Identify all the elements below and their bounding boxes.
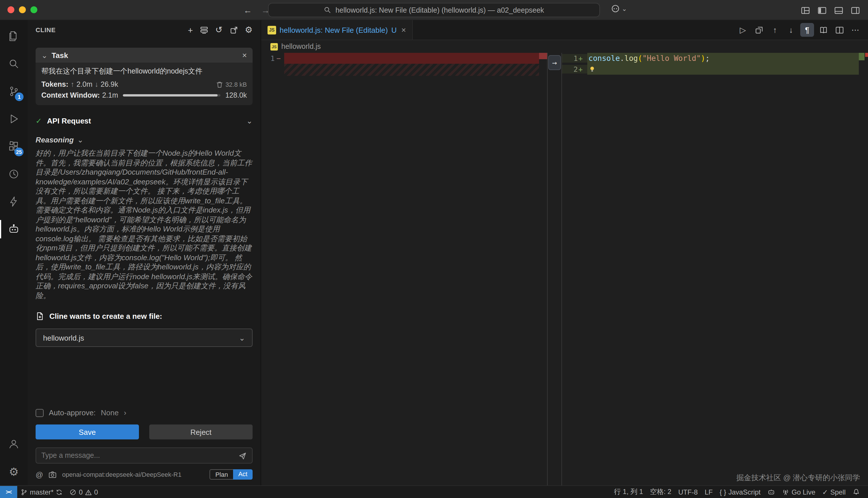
overview-ruler-right[interactable] xyxy=(859,53,868,485)
arrow-right-icon: → xyxy=(552,58,557,67)
extensions-view-button[interactable]: 25 xyxy=(0,133,28,160)
run-debug-view-button[interactable] xyxy=(0,105,28,133)
revert-block-button[interactable]: → xyxy=(548,55,561,70)
language-mode: JavaScript xyxy=(729,488,761,496)
render-whitespace-toggle[interactable]: ¶ xyxy=(800,23,814,37)
indentation: 空格: 2 xyxy=(650,487,672,497)
tool-heading-text: Cline wants to create a new file: xyxy=(49,312,162,320)
encoding-item[interactable]: UTF-8 xyxy=(675,488,701,496)
toggle-sidebar-icon[interactable] xyxy=(817,5,827,15)
previous-change-button[interactable]: ↑ xyxy=(768,23,782,37)
command-center-search[interactable]: helloworld.js: New File (Editable) (hell… xyxy=(268,3,600,17)
toggle-secondary-sidebar-icon[interactable] xyxy=(851,5,860,15)
diff-modified-pane[interactable]: 1 + console.log("Hello World"); 2 + xyxy=(562,53,868,485)
sidebar-title: CLINE xyxy=(36,26,56,33)
indentation-item[interactable]: 空格: 2 xyxy=(647,487,675,497)
auto-approve-checkbox[interactable] xyxy=(36,409,44,417)
chevron-down-icon: ⌄ xyxy=(622,5,627,12)
arrow-down-icon: ↓ xyxy=(95,80,98,89)
reject-button[interactable]: Reject xyxy=(149,424,253,440)
open-changes-button[interactable] xyxy=(752,23,766,37)
cursor-position: 行 1, 列 1 xyxy=(614,487,643,497)
remote-indicator[interactable]: >< xyxy=(0,486,17,498)
overview-ruler-left[interactable] xyxy=(539,53,547,485)
open-in-editor-icon[interactable] xyxy=(229,26,238,34)
branch-status-item[interactable]: master* xyxy=(17,486,66,498)
scm-badge: 1 xyxy=(15,92,24,101)
open-preview-button[interactable] xyxy=(816,23,830,37)
breadcrumb[interactable]: JS helloworld.js xyxy=(261,40,868,53)
fullscreen-window-button[interactable] xyxy=(30,6,37,13)
api-request-row[interactable]: ✓ API Request ⌄ xyxy=(36,117,253,125)
titlebar: ← → helloworld.js: New File (Editable) (… xyxy=(0,0,868,20)
extension-status-item[interactable] xyxy=(764,488,778,496)
problems-status-item[interactable]: 0 0 xyxy=(66,486,101,498)
trash-icon[interactable] xyxy=(216,81,223,88)
added-line-row: 1 + console.log("Hello World"); xyxy=(562,53,868,64)
warning-count: 0 xyxy=(94,488,98,496)
thunder-client-view-button[interactable] xyxy=(0,188,28,215)
diff-sash[interactable]: → xyxy=(547,53,562,485)
diff-diagonal-fill xyxy=(284,64,539,76)
run-file-button[interactable]: ▷ xyxy=(736,23,750,37)
lightbulb-icon[interactable] xyxy=(588,65,596,73)
explorer-view-button[interactable] xyxy=(0,22,28,50)
task-card-header[interactable]: ⌄ Task × xyxy=(36,48,253,63)
new-task-button[interactable]: + xyxy=(188,25,193,35)
activity-bar: 1 25 ⚙ xyxy=(0,20,28,485)
close-tab-button[interactable]: × xyxy=(401,25,406,35)
lightning-icon xyxy=(8,195,20,208)
search-view-button[interactable] xyxy=(0,50,28,78)
status-bar-right: 行 1, 列 1 空格: 2 UTF-8 LF { } JavaScript G… xyxy=(611,487,868,497)
remote-icon: >< xyxy=(6,489,11,495)
new-file-path-box[interactable]: helloworld.js ⌄ xyxy=(36,329,253,347)
diff-original-pane[interactable]: 1 − xyxy=(261,53,547,485)
gear-icon: ⚙ xyxy=(9,465,19,478)
notifications-item[interactable] xyxy=(849,488,864,496)
mention-icon[interactable]: @ xyxy=(36,470,43,479)
plan-mode-button[interactable]: Plan xyxy=(209,469,233,480)
minimize-window-button[interactable] xyxy=(19,6,26,13)
line-number: 1 xyxy=(270,54,275,63)
spell-checker-item[interactable]: ✓ Spell xyxy=(819,488,849,496)
eol-item[interactable]: LF xyxy=(701,488,716,496)
next-change-button[interactable]: ↓ xyxy=(784,23,798,37)
settings-gear-button[interactable]: ⚙ xyxy=(245,25,253,35)
history-button[interactable]: ↺ xyxy=(215,25,222,35)
message-input[interactable] xyxy=(41,451,238,459)
sidebar-footer: @ openai-compat:deepseek-ai/DeepSeek-R1 … xyxy=(36,469,253,480)
send-icon[interactable] xyxy=(238,451,247,460)
mcp-servers-icon[interactable] xyxy=(200,26,208,34)
close-task-button[interactable]: × xyxy=(242,51,247,60)
camera-icon[interactable] xyxy=(48,470,57,479)
save-button[interactable]: Save xyxy=(36,424,139,440)
context-window-label: Context Window: xyxy=(41,91,100,100)
settings-button[interactable]: ⚙ xyxy=(0,458,28,485)
tokens-label: Tokens: xyxy=(41,80,68,89)
chevron-down-icon: ⌄ xyxy=(239,333,245,342)
sidebar-header: CLINE + ↺ ⚙ xyxy=(28,20,261,40)
reasoning-header[interactable]: Reasoning ⌄ xyxy=(36,135,253,144)
go-live-item[interactable]: Go Live xyxy=(778,488,819,496)
customize-layout-icon[interactable] xyxy=(801,5,810,15)
token-paren-close: ) xyxy=(701,54,705,63)
close-window-button[interactable] xyxy=(8,6,14,13)
cline-view-button[interactable] xyxy=(0,215,28,243)
timeline-view-button[interactable] xyxy=(0,160,28,188)
toggle-panel-icon[interactable] xyxy=(834,5,843,15)
context-total-value: 128.0k xyxy=(225,91,247,100)
model-name[interactable]: openai-compat:deepseek-ai/DeepSeek-R1 xyxy=(62,471,204,478)
copilot-menu-button[interactable]: ⌄ xyxy=(611,4,627,13)
auto-approve-row[interactable]: Auto-approve: None › xyxy=(36,408,253,417)
act-mode-button[interactable]: Act xyxy=(233,469,253,480)
source-control-view-button[interactable]: 1 xyxy=(0,78,28,105)
accounts-button[interactable] xyxy=(0,430,28,458)
back-button[interactable]: ← xyxy=(243,5,252,15)
clock-icon xyxy=(8,168,20,180)
language-mode-item[interactable]: { } JavaScript xyxy=(716,488,764,496)
more-actions-button[interactable]: ⋯ xyxy=(849,23,862,37)
token-dot: . xyxy=(620,54,625,63)
cursor-position-item[interactable]: 行 1, 列 1 xyxy=(611,487,647,497)
tab-helloworld[interactable]: JS helloworld.js: New File (Editable) U … xyxy=(261,20,413,40)
split-editor-button[interactable] xyxy=(832,23,846,37)
